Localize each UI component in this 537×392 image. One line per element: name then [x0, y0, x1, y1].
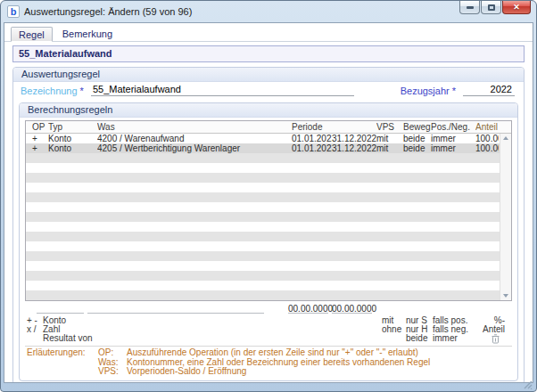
erlaeuterungen: Erläuterungen: OP: Auszuführende Operati…: [25, 348, 512, 377]
cell-typ: Konto: [48, 143, 97, 153]
table-row-empty[interactable]: [26, 251, 511, 261]
maximize-icon: [488, 4, 495, 11]
erl-text-vps: Vorperioden-Saldo / Eröffnung: [127, 367, 512, 377]
vertical-scrollbar[interactable]: [500, 134, 511, 300]
column-header-beweg: Beweg.: [403, 121, 431, 133]
cell-beweg: beide: [403, 134, 431, 143]
erl-key-op: OP:: [98, 348, 127, 358]
cell-vps: mit: [376, 134, 403, 143]
group-title-auswertungsregel: Auswertungsregel: [13, 68, 524, 82]
tab-strip: Regel Bemerkung: [4, 23, 533, 42]
table-row-empty[interactable]: [26, 232, 511, 241]
cell-posneg: immer: [431, 134, 475, 143]
table-row-empty[interactable]: [26, 281, 511, 290]
cell-periode-von: 01.01.2022: [292, 143, 332, 153]
close-button[interactable]: ✕: [502, 1, 531, 14]
table-row-empty[interactable]: [26, 222, 511, 232]
legend-separator: [25, 346, 512, 347]
cell-posneg: immer: [431, 143, 475, 153]
fields-row: Bezeichnung * 55_Materialaufwand Bezugsj…: [13, 82, 524, 101]
cell-beweg: beide: [403, 143, 431, 153]
legend-vps-3: [382, 334, 406, 343]
cell-periode-von: 01.01.2022: [292, 134, 332, 143]
table-row-empty[interactable]: [26, 202, 511, 212]
legend-anteil-1: %-Anteil: [483, 316, 520, 325]
cell-anteil: 100.00%: [475, 143, 499, 153]
window-title: Auswertungsregel: Ändern (59 von 96): [24, 6, 192, 17]
group-berechnungsregeln: Berechnungsregeln OP Typ Was Periode VPS…: [19, 102, 518, 381]
app-window: b Auswertungsregel: Ändern (59 von 96) ✕…: [0, 0, 537, 392]
erl-label-spacer: [27, 358, 98, 368]
title-bar[interactable]: b Auswertungsregel: Ändern (59 von 96) ✕: [1, 1, 536, 22]
rules-table: OP Typ Was Periode VPS Beweg. Pos./Neg. …: [25, 120, 512, 301]
table-row[interactable]: + Konto 4200 / Warenaufwand 01.01.2022 3…: [26, 134, 511, 143]
legend-vps-2: ohne: [382, 325, 406, 334]
tab-regel[interactable]: Regel: [11, 27, 53, 42]
bezeichnung-required-marker: *: [80, 86, 84, 96]
maximize-button[interactable]: [481, 1, 501, 14]
legend-anteil-2: [483, 325, 520, 334]
scroll-down-icon[interactable]: [503, 294, 508, 298]
table-row-empty[interactable]: [26, 153, 511, 163]
group-auswertungsregel: Auswertungsregel Bezeichnung * 55_Materi…: [12, 67, 525, 383]
table-row-empty[interactable]: [26, 271, 511, 281]
legend-anteil-3: [483, 334, 520, 343]
scroll-up-icon[interactable]: [503, 136, 508, 140]
erl-key-vps: VPS:: [98, 367, 127, 377]
cell-typ: Konto: [48, 134, 97, 143]
column-header-anteil: Anteil: [475, 121, 499, 133]
legend-op-3: [27, 334, 43, 343]
legend: + - Konto mit nur S falls pos. %-Anteil …: [25, 316, 512, 343]
table-row-empty[interactable]: [26, 290, 511, 300]
legend-was-2: Zahl: [43, 325, 382, 334]
bezeichnung-field[interactable]: 55_Materialaufwand: [91, 84, 354, 96]
rule-name-header: 55_Materialaufwand: [12, 45, 525, 62]
legend-was-1: Konto: [43, 316, 382, 325]
legend-op-2: x /: [27, 325, 43, 334]
cell-anteil: 100.00%: [475, 134, 499, 143]
group-title-berechnungsregeln: Berechnungsregeln: [20, 103, 517, 118]
entry-row: 00.00.0000 00.00.0000: [25, 303, 512, 314]
erl-text-op: Auszuführende Operation (in der ersten Z…: [127, 348, 512, 358]
tab-bemerkung[interactable]: Bemerkung: [55, 27, 120, 41]
bezugsjahr-label: Bezugsjahr: [401, 86, 450, 96]
cell-op: +: [26, 134, 48, 143]
close-icon: ✕: [513, 4, 520, 12]
table-header-row: OP Typ Was Periode VPS Beweg. Pos./Neg. …: [26, 121, 511, 134]
table-row-empty[interactable]: [26, 163, 511, 173]
resize-grip[interactable]: [522, 379, 533, 389]
bezugsjahr-field[interactable]: 2022: [463, 84, 515, 96]
table-row-empty[interactable]: [26, 183, 511, 192]
trash-icon[interactable]: [492, 334, 500, 344]
window-content: Regel Bemerkung 55_Materialaufwand Auswe…: [4, 22, 533, 383]
cell-vps: mit: [376, 143, 403, 153]
entry-periode-von-field[interactable]: 00.00.0000: [288, 304, 328, 314]
table-row-empty[interactable]: [26, 241, 511, 251]
table-row-selected[interactable]: + Konto 4205 / Wertberichtigung Warenlag…: [26, 143, 511, 153]
bezeichnung-label: Bezeichnung: [21, 86, 78, 96]
table-row-empty[interactable]: [26, 261, 511, 271]
entry-periode-bis-field[interactable]: 00.00.0000: [332, 304, 372, 314]
erl-label-spacer: [27, 367, 98, 377]
legend-beweg-3: beide: [406, 334, 433, 343]
minimize-icon: [467, 6, 474, 9]
column-header-typ: Typ: [48, 121, 97, 133]
table-row-empty[interactable]: [26, 192, 511, 202]
column-header-posneg: Pos./Neg.: [431, 121, 475, 133]
minimize-button[interactable]: [459, 1, 480, 14]
column-header-periode-von: Periode: [292, 121, 332, 133]
cell-was: 4200 / Warenaufwand: [97, 134, 292, 143]
column-header-periode-bis: [332, 121, 376, 133]
bezugsjahr-required-marker: *: [452, 86, 456, 96]
cell-periode-bis: 31.12.2022: [332, 143, 376, 153]
entry-was-field[interactable]: [87, 304, 264, 314]
column-header-vps: VPS: [376, 121, 403, 133]
table-body: + Konto 4200 / Warenaufwand 01.01.2022 3…: [26, 134, 511, 300]
app-icon: b: [7, 5, 20, 18]
column-header-was: Was: [97, 121, 292, 133]
cell-op: +: [26, 143, 48, 153]
entry-op-field[interactable]: [37, 304, 84, 314]
table-row-empty[interactable]: [26, 212, 511, 222]
table-row-empty[interactable]: [26, 173, 511, 183]
cell-was: 4205 / Wertberichtigung Warenlager: [97, 143, 292, 153]
